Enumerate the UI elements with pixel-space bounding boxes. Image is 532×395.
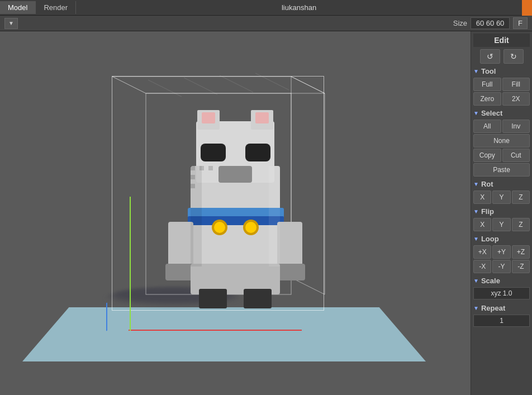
loop-nz-button[interactable]: -Z [512, 260, 530, 273]
select-copy-button[interactable]: Copy [473, 149, 501, 162]
select-row-2: None [473, 134, 530, 147]
svg-line-5 [220, 75, 253, 92]
flip-label: Flip [481, 207, 494, 216]
viewport[interactable] [0, 31, 471, 395]
repeat-triangle-icon: ▼ [473, 305, 479, 311]
flip-y-button[interactable]: Y [492, 218, 510, 231]
undo-redo-row: ↺ ↻ [473, 49, 530, 64]
repeat-input[interactable] [473, 315, 530, 327]
redo-button[interactable]: ↻ [504, 49, 524, 64]
svg-rect-32 [191, 166, 195, 170]
select-cut-button[interactable]: Cut [502, 149, 530, 162]
loop-px-button[interactable]: +X [473, 245, 491, 259]
tab-model[interactable]: Model [0, 1, 36, 14]
svg-point-22 [245, 222, 256, 233]
flip-z-button[interactable]: Z [512, 218, 530, 231]
select-section-header: ▼ Select [473, 109, 530, 117]
tool-zero-button[interactable]: Zero [473, 92, 501, 106]
axis-z [106, 302, 107, 331]
top-bar: Model Render liukanshan [0, 0, 532, 16]
svg-rect-15 [245, 144, 270, 161]
select-row-1: All Inv [473, 120, 530, 133]
svg-rect-29 [244, 289, 272, 308]
main-area: Edit ↺ ↻ ▼ Tool Full Fill Zero 2X ▼ Sele… [0, 31, 532, 395]
loop-nx-button[interactable]: -X [473, 260, 491, 273]
svg-rect-28 [199, 289, 227, 308]
loop-py-button[interactable]: +Y [492, 245, 510, 259]
rot-y-button[interactable]: Y [492, 191, 510, 204]
voxel-svg [157, 99, 314, 311]
tool-full-button[interactable]: Full [473, 78, 501, 91]
svg-rect-16 [218, 166, 252, 183]
svg-marker-1 [112, 77, 325, 93]
svg-rect-30 [191, 166, 202, 266]
f-button[interactable]: F [513, 17, 528, 29]
select-label: Select [481, 109, 502, 117]
scale-triangle-icon: ▼ [473, 278, 479, 284]
dropdown-button[interactable]: ▼ [4, 18, 18, 29]
svg-line-6 [255, 73, 289, 90]
svg-rect-33 [200, 166, 204, 170]
edit-header: Edit [473, 34, 530, 47]
svg-rect-34 [208, 166, 213, 170]
flip-row: X Y Z [473, 218, 530, 231]
tool-triangle-icon: ▼ [473, 68, 479, 74]
tool-row-1: Full Fill [473, 78, 530, 91]
select-row-4: Paste [473, 163, 530, 177]
axis-x [129, 330, 302, 331]
select-row-3: Copy Cut [473, 149, 530, 162]
loop-ny-button[interactable]: -Y [492, 260, 510, 273]
ground-plane [22, 307, 426, 361]
select-all-button[interactable]: All [473, 120, 501, 133]
orange-indicator [522, 0, 532, 16]
rot-label: Rot [481, 180, 493, 188]
undo-button[interactable]: ↺ [480, 49, 500, 64]
rot-triangle-icon: ▼ [473, 181, 479, 187]
loop-section-header: ▼ Loop [473, 235, 530, 243]
tool-label: Tool [481, 67, 496, 75]
loop-triangle-icon: ▼ [473, 236, 479, 242]
sub-bar: ▼ Size 60 60 60 F [0, 16, 532, 31]
rot-row: X Y Z [473, 191, 530, 204]
select-triangle-icon: ▼ [473, 110, 479, 116]
rot-x-button[interactable]: X [473, 191, 491, 204]
repeat-section-header: ▼ Repeat [473, 304, 530, 312]
size-label: Size [453, 19, 467, 27]
right-panel: Edit ↺ ↻ ▼ Tool Full Fill Zero 2X ▼ Sele… [471, 31, 532, 395]
svg-rect-31 [269, 166, 280, 266]
axis-y [130, 197, 131, 331]
repeat-label: Repeat [481, 304, 505, 312]
document-title: liukanshan [76, 3, 522, 12]
select-none-button[interactable]: None [473, 134, 530, 147]
scale-section-header: ▼ Scale [473, 277, 530, 285]
svg-rect-24 [277, 222, 302, 266]
flip-section-header: ▼ Flip [473, 207, 530, 216]
tool-2x-button[interactable]: 2X [502, 92, 530, 106]
scale-input[interactable] [473, 287, 530, 299]
tool-fill-button[interactable]: Fill [502, 78, 530, 91]
loop-label: Loop [481, 235, 499, 243]
select-inv-button[interactable]: Inv [502, 120, 530, 133]
scale-label: Scale [481, 277, 500, 285]
3d-scene [0, 31, 471, 395]
tool-row-2: Zero 2X [473, 92, 530, 106]
rot-z-button[interactable]: Z [512, 191, 530, 204]
tool-section-header: ▼ Tool [473, 67, 530, 75]
svg-line-3 [148, 80, 182, 97]
svg-rect-12 [202, 112, 215, 123]
loop-pz-button[interactable]: +Z [512, 245, 530, 259]
flip-x-button[interactable]: X [473, 218, 491, 231]
loop-row-2: -X -Y -Z [473, 260, 530, 273]
select-paste-button[interactable]: Paste [473, 163, 530, 177]
size-value: 60 60 60 [471, 17, 510, 29]
flip-triangle-icon: ▼ [473, 208, 479, 215]
svg-rect-36 [191, 184, 195, 188]
tab-render[interactable]: Render [36, 1, 76, 14]
svg-rect-35 [191, 175, 195, 179]
svg-line-7 [112, 77, 146, 93]
rot-section-header: ▼ Rot [473, 180, 530, 188]
svg-rect-13 [255, 112, 269, 123]
loop-row-1: +X +Y +Z [473, 245, 530, 259]
svg-point-20 [214, 222, 225, 233]
svg-rect-14 [201, 144, 226, 161]
